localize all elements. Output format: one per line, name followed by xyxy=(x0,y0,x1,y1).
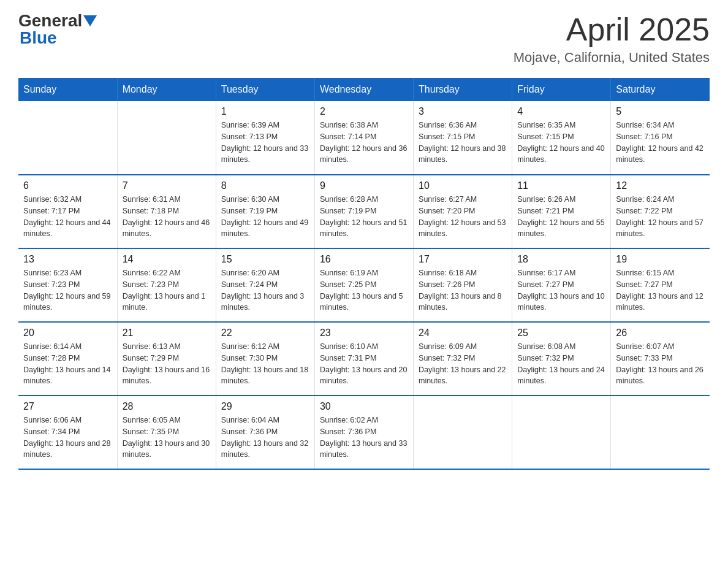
day-info: Sunrise: 6:14 AMSunset: 7:28 PMDaylight:… xyxy=(23,341,112,387)
calendar-cell: 8Sunrise: 6:30 AMSunset: 7:19 PMDaylight… xyxy=(216,175,314,248)
day-number: 25 xyxy=(517,327,605,339)
day-info: Sunrise: 6:27 AMSunset: 7:20 PMDaylight:… xyxy=(419,194,507,240)
calendar-cell: 27Sunrise: 6:06 AMSunset: 7:34 PMDayligh… xyxy=(18,396,117,469)
calendar-header-monday: Monday xyxy=(117,78,216,101)
day-info: Sunrise: 6:19 AMSunset: 7:25 PMDaylight:… xyxy=(320,267,408,313)
calendar-header-saturday: Saturday xyxy=(611,78,710,101)
day-info: Sunrise: 6:35 AMSunset: 7:15 PMDaylight:… xyxy=(517,120,605,166)
day-number: 22 xyxy=(221,327,309,339)
calendar-cell: 20Sunrise: 6:14 AMSunset: 7:28 PMDayligh… xyxy=(18,322,117,396)
day-number: 30 xyxy=(320,401,408,412)
month-title: April 2025 xyxy=(514,12,710,47)
day-number: 23 xyxy=(320,327,408,339)
logo-general-text: General xyxy=(18,12,82,29)
day-info: Sunrise: 6:30 AMSunset: 7:19 PMDaylight:… xyxy=(221,194,309,240)
calendar-cell: 10Sunrise: 6:27 AMSunset: 7:20 PMDayligh… xyxy=(414,175,512,248)
calendar-cell: 17Sunrise: 6:18 AMSunset: 7:26 PMDayligh… xyxy=(414,248,512,322)
calendar-header-tuesday: Tuesday xyxy=(216,78,314,101)
svg-marker-0 xyxy=(83,15,97,26)
day-number: 21 xyxy=(123,327,211,339)
calendar-cell: 13Sunrise: 6:23 AMSunset: 7:23 PMDayligh… xyxy=(18,248,117,322)
calendar-cell: 21Sunrise: 6:13 AMSunset: 7:29 PMDayligh… xyxy=(117,322,216,396)
day-number: 14 xyxy=(123,254,211,265)
calendar-cell: 25Sunrise: 6:08 AMSunset: 7:32 PMDayligh… xyxy=(512,322,611,396)
day-info: Sunrise: 6:39 AMSunset: 7:13 PMDaylight:… xyxy=(221,120,309,166)
day-number: 19 xyxy=(616,254,705,265)
day-info: Sunrise: 6:36 AMSunset: 7:15 PMDaylight:… xyxy=(419,120,507,166)
calendar-cell: 26Sunrise: 6:07 AMSunset: 7:33 PMDayligh… xyxy=(611,322,710,396)
calendar-cell: 15Sunrise: 6:20 AMSunset: 7:24 PMDayligh… xyxy=(216,248,314,322)
day-info: Sunrise: 6:34 AMSunset: 7:16 PMDaylight:… xyxy=(616,120,705,166)
calendar-cell: 7Sunrise: 6:31 AMSunset: 7:18 PMDaylight… xyxy=(117,175,216,248)
calendar-cell: 30Sunrise: 6:02 AMSunset: 7:36 PMDayligh… xyxy=(314,396,413,469)
day-number: 11 xyxy=(517,180,605,191)
calendar-cell: 5Sunrise: 6:34 AMSunset: 7:16 PMDaylight… xyxy=(611,101,710,175)
day-info: Sunrise: 6:24 AMSunset: 7:22 PMDaylight:… xyxy=(616,194,705,240)
calendar-week-row: 1Sunrise: 6:39 AMSunset: 7:13 PMDaylight… xyxy=(18,101,710,175)
calendar-cell: 9Sunrise: 6:28 AMSunset: 7:19 PMDaylight… xyxy=(314,175,413,248)
day-number: 29 xyxy=(221,401,309,412)
day-info: Sunrise: 6:09 AMSunset: 7:32 PMDaylight:… xyxy=(419,341,507,387)
calendar-cell: 16Sunrise: 6:19 AMSunset: 7:25 PMDayligh… xyxy=(314,248,413,322)
calendar-cell: 29Sunrise: 6:04 AMSunset: 7:36 PMDayligh… xyxy=(216,396,314,469)
calendar-header-friday: Friday xyxy=(512,78,611,101)
day-info: Sunrise: 6:32 AMSunset: 7:17 PMDaylight:… xyxy=(23,194,112,240)
day-number: 28 xyxy=(123,401,211,412)
calendar-cell xyxy=(414,396,512,469)
day-number: 13 xyxy=(23,254,112,265)
calendar-cell: 24Sunrise: 6:09 AMSunset: 7:32 PMDayligh… xyxy=(414,322,512,396)
day-info: Sunrise: 6:23 AMSunset: 7:23 PMDaylight:… xyxy=(23,267,112,313)
day-number: 3 xyxy=(419,106,507,117)
day-info: Sunrise: 6:22 AMSunset: 7:23 PMDaylight:… xyxy=(123,267,211,313)
day-info: Sunrise: 6:20 AMSunset: 7:24 PMDaylight:… xyxy=(221,267,309,313)
calendar-cell: 19Sunrise: 6:15 AMSunset: 7:27 PMDayligh… xyxy=(611,248,710,322)
day-number: 12 xyxy=(616,180,705,191)
day-number: 1 xyxy=(221,106,309,117)
day-number: 4 xyxy=(517,106,605,117)
calendar-cell: 6Sunrise: 6:32 AMSunset: 7:17 PMDaylight… xyxy=(18,175,117,248)
day-info: Sunrise: 6:07 AMSunset: 7:33 PMDaylight:… xyxy=(616,341,705,387)
day-number: 26 xyxy=(616,327,705,339)
day-info: Sunrise: 6:10 AMSunset: 7:31 PMDaylight:… xyxy=(320,341,408,387)
calendar-cell: 4Sunrise: 6:35 AMSunset: 7:15 PMDaylight… xyxy=(512,101,611,175)
day-info: Sunrise: 6:17 AMSunset: 7:27 PMDaylight:… xyxy=(517,267,605,313)
calendar-cell xyxy=(117,101,216,175)
calendar-header-thursday: Thursday xyxy=(414,78,512,101)
day-info: Sunrise: 6:26 AMSunset: 7:21 PMDaylight:… xyxy=(517,194,605,240)
day-number: 8 xyxy=(221,180,309,191)
day-number: 17 xyxy=(419,254,507,265)
calendar-week-row: 27Sunrise: 6:06 AMSunset: 7:34 PMDayligh… xyxy=(18,396,710,469)
day-info: Sunrise: 6:08 AMSunset: 7:32 PMDaylight:… xyxy=(517,341,605,387)
day-info: Sunrise: 6:04 AMSunset: 7:36 PMDaylight:… xyxy=(221,415,309,461)
calendar-cell: 2Sunrise: 6:38 AMSunset: 7:14 PMDaylight… xyxy=(314,101,413,175)
day-number: 24 xyxy=(419,327,507,339)
calendar-cell: 12Sunrise: 6:24 AMSunset: 7:22 PMDayligh… xyxy=(611,175,710,248)
day-number: 7 xyxy=(123,180,211,191)
calendar-header-wednesday: Wednesday xyxy=(314,78,413,101)
calendar-week-row: 20Sunrise: 6:14 AMSunset: 7:28 PMDayligh… xyxy=(18,322,710,396)
calendar-cell: 1Sunrise: 6:39 AMSunset: 7:13 PMDaylight… xyxy=(216,101,314,175)
day-info: Sunrise: 6:38 AMSunset: 7:14 PMDaylight:… xyxy=(320,120,408,166)
calendar-cell xyxy=(611,396,710,469)
day-info: Sunrise: 6:13 AMSunset: 7:29 PMDaylight:… xyxy=(123,341,211,387)
calendar-cell: 3Sunrise: 6:36 AMSunset: 7:15 PMDaylight… xyxy=(414,101,512,175)
calendar-cell: 11Sunrise: 6:26 AMSunset: 7:21 PMDayligh… xyxy=(512,175,611,248)
day-number: 16 xyxy=(320,254,408,265)
calendar-cell: 14Sunrise: 6:22 AMSunset: 7:23 PMDayligh… xyxy=(117,248,216,322)
calendar-cell: 22Sunrise: 6:12 AMSunset: 7:30 PMDayligh… xyxy=(216,322,314,396)
day-info: Sunrise: 6:18 AMSunset: 7:26 PMDaylight:… xyxy=(419,267,507,313)
title-area: April 2025 Mojave, California, United St… xyxy=(514,12,710,66)
calendar-cell: 18Sunrise: 6:17 AMSunset: 7:27 PMDayligh… xyxy=(512,248,611,322)
day-info: Sunrise: 6:15 AMSunset: 7:27 PMDaylight:… xyxy=(616,267,705,313)
logo-triangle-icon xyxy=(83,15,97,29)
day-info: Sunrise: 6:02 AMSunset: 7:36 PMDaylight:… xyxy=(320,415,408,461)
logo: General Blue xyxy=(18,12,97,47)
day-number: 5 xyxy=(616,106,705,117)
calendar-cell: 28Sunrise: 6:05 AMSunset: 7:35 PMDayligh… xyxy=(117,396,216,469)
day-info: Sunrise: 6:31 AMSunset: 7:18 PMDaylight:… xyxy=(123,194,211,240)
day-number: 18 xyxy=(517,254,605,265)
day-info: Sunrise: 6:05 AMSunset: 7:35 PMDaylight:… xyxy=(123,415,211,461)
calendar-cell xyxy=(18,101,117,175)
page-header: General Blue April 2025 Mojave, Californ… xyxy=(18,12,710,66)
day-info: Sunrise: 6:28 AMSunset: 7:19 PMDaylight:… xyxy=(320,194,408,240)
